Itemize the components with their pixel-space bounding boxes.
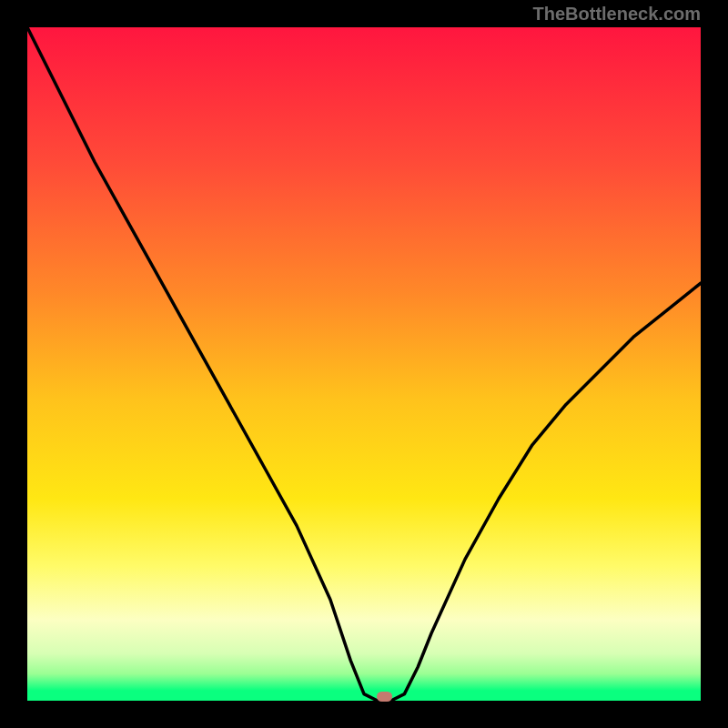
optimal-point-marker: [377, 692, 392, 702]
attribution-watermark: TheBottleneck.com: [533, 4, 701, 25]
chart-frame: TheBottleneck.com: [0, 0, 728, 728]
bottleneck-curve: [27, 27, 701, 701]
plot-area: [27, 27, 701, 701]
